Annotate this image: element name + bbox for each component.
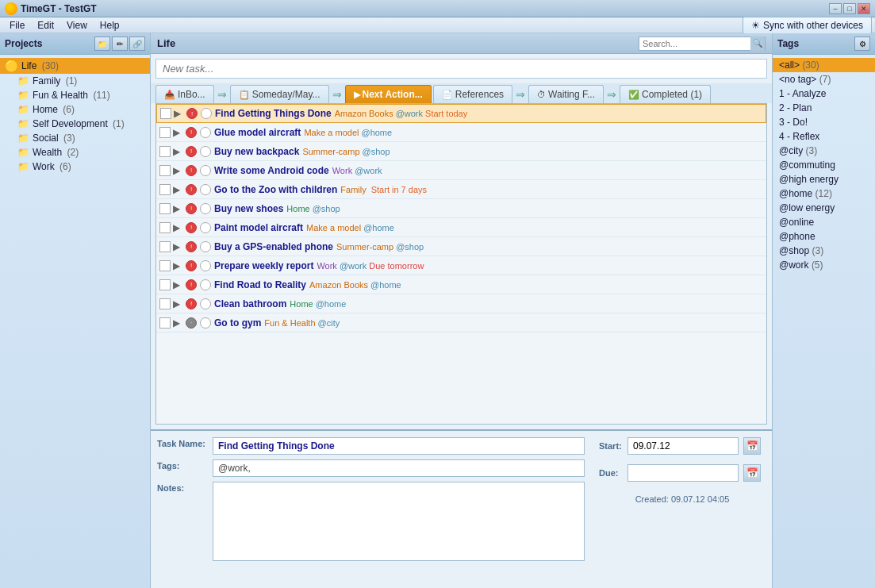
task-play-2[interactable]: ▶ [173, 127, 184, 138]
sidebar-item-social[interactable]: 📁 Social (3) [0, 131, 150, 145]
task-play-12[interactable]: ▶ [173, 317, 184, 329]
tab-someday[interactable]: 📋 Someday/May... [230, 85, 329, 103]
task-check-2[interactable] [159, 127, 171, 138]
task-check-10[interactable] [159, 279, 171, 290]
tag-item-highenergy[interactable]: @high energy [773, 172, 875, 186]
sidebar-item-family[interactable]: 📁 Family (1) [0, 74, 150, 88]
detail-tags-input[interactable] [213, 459, 585, 477]
table-row[interactable]: ▶ · Go to gym Fun & Health @city [156, 313, 766, 332]
menu-file[interactable]: File [3, 18, 31, 33]
tag-item-lowenergy[interactable]: @low energy [773, 201, 875, 215]
tag-item-commuting[interactable]: @commuting [773, 158, 875, 172]
tags-settings-btn[interactable]: ⚙ [854, 37, 870, 51]
sync-label: Sync with other devices [763, 20, 863, 31]
task-play-10[interactable]: ▶ [173, 279, 184, 290]
table-row[interactable]: ▶ ! Clean bathroom Home @home [156, 294, 766, 313]
task-circle-1 [201, 108, 212, 119]
tag-item-do[interactable]: 3 - Do! [773, 115, 875, 129]
sidebar-item-wealth[interactable]: 📁 Wealth (2) [0, 145, 150, 159]
tag-item-reflex[interactable]: 4 - Reflex [773, 129, 875, 144]
detail-start-input[interactable] [627, 437, 739, 455]
detail-taskname-input[interactable] [213, 437, 585, 455]
tab-waiting[interactable]: ⏱ Waiting F... [528, 85, 604, 103]
new-task-bar[interactable] [155, 59, 767, 79]
task-check-3[interactable] [159, 146, 171, 157]
sidebar-item-funhealth[interactable]: 📁 Fun & Health (11) [0, 88, 150, 102]
tag-item-work[interactable]: @work (5) [773, 258, 875, 272]
task-check-5[interactable] [159, 184, 171, 195]
task-context-6: @shop [313, 204, 340, 213]
sidebar-item-selfdev[interactable]: 📁 Self Development (1) [0, 117, 150, 131]
minimize-button[interactable]: – [829, 3, 842, 14]
arrow-after-inbox: ⇒ [217, 88, 227, 101]
task-circle-7 [200, 222, 211, 233]
task-play-3[interactable]: ▶ [173, 146, 184, 157]
detail-due-calendar-btn[interactable]: 📅 [743, 464, 761, 482]
task-check-1[interactable] [160, 108, 171, 119]
tag-shop-label: @shop [779, 245, 809, 256]
task-play-8[interactable]: ▶ [173, 241, 184, 252]
sidebar-item-home[interactable]: 📁 Home (6) [0, 102, 150, 117]
task-check-9[interactable] [159, 260, 171, 271]
task-play-11[interactable]: ▶ [173, 298, 184, 309]
task-play-5[interactable]: ▶ [173, 184, 184, 195]
table-row[interactable]: ▶ ! Buy a GPS-enabled phone Summer-camp … [156, 237, 766, 256]
task-context-2: @home [361, 128, 392, 137]
menu-view[interactable]: View [60, 18, 94, 33]
detail-notes-textarea[interactable] [213, 482, 585, 561]
tab-completed[interactable]: ✅ Completed (1) [620, 85, 711, 103]
sidebar-add-btn[interactable]: 📁 [94, 37, 110, 51]
tag-item-city[interactable]: @city (3) [773, 144, 875, 158]
tag-item-plan[interactable]: 2 - Plan [773, 101, 875, 115]
table-row[interactable]: ▶ ! Find Road to Reality Amazon Books @h… [156, 275, 766, 294]
tab-references[interactable]: 📄 References [433, 85, 512, 103]
task-play-7[interactable]: ▶ [173, 222, 184, 233]
tab-next[interactable]: ▶ Next Action... [345, 85, 432, 103]
table-row[interactable]: ▶ ! Buy new shoes Home @shop [156, 199, 766, 218]
task-check-12[interactable] [159, 317, 171, 329]
sidebar-item-life[interactable]: 🟡 Life (30) [0, 58, 150, 74]
tag-item-online[interactable]: @online [773, 215, 875, 229]
task-circle-4 [200, 165, 211, 176]
sync-button[interactable]: ☀ Sync with other devices [743, 17, 872, 34]
task-check-8[interactable] [159, 241, 171, 252]
detail-start-calendar-btn[interactable]: 📅 [743, 437, 761, 455]
task-play-6[interactable]: ▶ [173, 203, 184, 214]
task-check-6[interactable] [159, 203, 171, 214]
table-row[interactable]: ▶ ! Find Getting Things Done Amazon Book… [156, 104, 766, 123]
task-tag-3: Summer-camp [302, 147, 359, 156]
sidebar-item-funhealth-count: (11) [90, 90, 110, 101]
task-play-1[interactable]: ▶ [174, 108, 185, 119]
search-input[interactable] [639, 39, 750, 48]
tag-item-notag[interactable]: <no tag> (7) [773, 72, 875, 86]
table-row[interactable]: ▶ ! Prepare weekly report Work @work Due… [156, 256, 766, 275]
sidebar-link-btn[interactable]: 🔗 [129, 37, 145, 51]
table-row[interactable]: ▶ ! Glue model aircraft Make a model @ho… [156, 123, 766, 142]
table-row[interactable]: ▶ ! Go to the Zoo with children Family S… [156, 180, 766, 199]
sidebar-item-work[interactable]: 📁 Work (6) [0, 159, 150, 174]
task-play-9[interactable]: ▶ [173, 260, 184, 271]
task-check-7[interactable] [159, 222, 171, 233]
task-check-11[interactable] [159, 298, 171, 309]
close-button[interactable]: ✕ [858, 3, 870, 14]
new-task-input[interactable] [163, 63, 760, 75]
menu-edit[interactable]: Edit [31, 18, 60, 33]
table-row[interactable]: ▶ ! Write some Android code Work @work [156, 161, 766, 180]
table-row[interactable]: ▶ ! Buy new backpack Summer-camp @shop [156, 142, 766, 161]
tag-item-shop[interactable]: @shop (3) [773, 244, 875, 258]
search-button[interactable]: 🔍 [750, 37, 765, 51]
arrow-after-someday: ⇒ [332, 88, 342, 101]
tag-item-home[interactable]: @home (12) [773, 186, 875, 201]
task-check-4[interactable] [159, 165, 171, 176]
sidebar-edit-btn[interactable]: ✏ [112, 37, 128, 51]
tag-item-phone[interactable]: @phone [773, 229, 875, 244]
table-row[interactable]: ▶ ! Paint model aircraft Make a model @h… [156, 218, 766, 237]
tag-item-analyze[interactable]: 1 - Analyze [773, 86, 875, 101]
menu-help[interactable]: Help [94, 18, 126, 33]
detail-due-input[interactable] [627, 464, 739, 482]
completed-icon: ✅ [628, 90, 639, 100]
task-play-4[interactable]: ▶ [173, 165, 184, 176]
maximize-button[interactable]: □ [843, 3, 856, 14]
tab-inbox[interactable]: 📥 InBo... [155, 85, 214, 103]
tag-item-all[interactable]: <all> (30) [773, 58, 875, 72]
